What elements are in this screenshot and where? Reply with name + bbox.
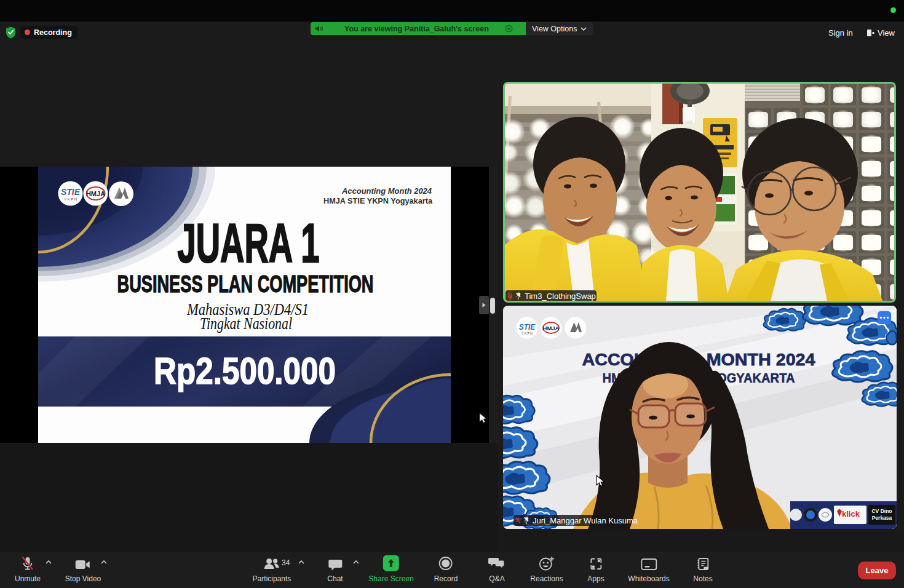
svg-text:STIE: STIE bbox=[61, 187, 81, 197]
svg-text:klick: klick bbox=[842, 509, 860, 518]
svg-text:STIE: STIE bbox=[519, 323, 536, 332]
svg-text:BUSINESS PLAN COMPETITION: BUSINESS PLAN COMPETITION bbox=[117, 270, 374, 297]
svg-text:JUARA 1: JUARA 1 bbox=[178, 212, 320, 274]
svg-text:HMJA: HMJA bbox=[86, 190, 105, 197]
svg-text:CV Dino: CV Dino bbox=[871, 508, 892, 514]
svg-text:Y K P N: Y K P N bbox=[521, 332, 533, 335]
svg-text:Y K P N: Y K P N bbox=[64, 197, 77, 201]
svg-text:HMJA STIE YKPN Yogyakarta: HMJA STIE YKPN Yogyakarta bbox=[323, 196, 433, 205]
svg-text:Rp2.500.000: Rp2.500.000 bbox=[154, 350, 336, 392]
svg-text:Tim3_ClothingSwap: Tim3_ClothingSwap bbox=[525, 292, 596, 301]
svg-text:HMJA: HMJA bbox=[543, 325, 560, 332]
svg-text:Juri_Manggar Wulan Kusuma: Juri_Manggar Wulan Kusuma bbox=[533, 516, 638, 525]
svg-text:Tingkat Nasional: Tingkat Nasional bbox=[200, 314, 292, 333]
svg-text:Accounting Month 2024: Accounting Month 2024 bbox=[341, 186, 432, 196]
svg-text:Perkasa: Perkasa bbox=[872, 515, 892, 521]
